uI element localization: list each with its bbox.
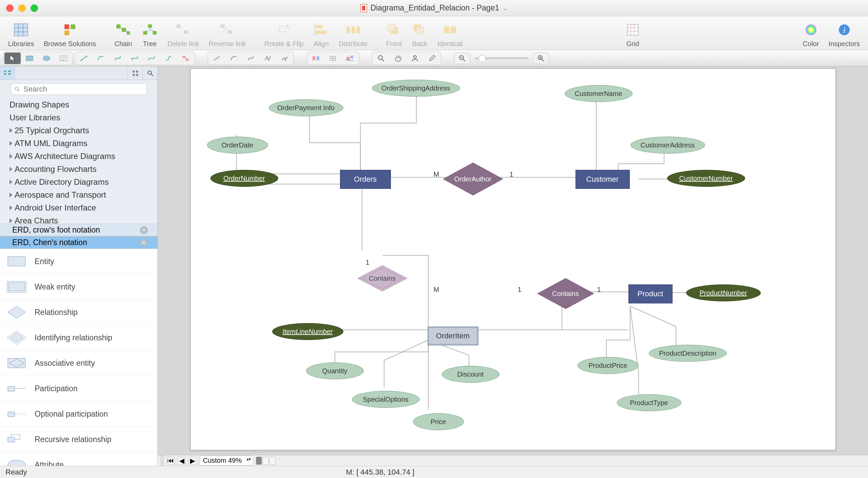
lib-cat-area-charts[interactable]: Area Charts — [0, 214, 157, 224]
library-category-list[interactable]: Drawing Shapes User Libraries 25 Typical… — [0, 98, 157, 224]
pencil-tool[interactable] — [424, 53, 440, 64]
color-button[interactable]: Color — [798, 22, 824, 48]
conn-round[interactable] — [144, 53, 160, 64]
tree-button[interactable]: Tree — [137, 22, 163, 48]
pointer-tool[interactable] — [4, 53, 21, 64]
page-tab-2[interactable] — [263, 457, 269, 465]
close-window-icon[interactable] — [6, 4, 14, 12]
lib-cat-drawing-shapes[interactable]: Drawing Shapes — [0, 98, 157, 111]
attr-price[interactable]: Price — [413, 413, 464, 430]
search-input[interactable] — [11, 83, 147, 95]
stencil-relationship[interactable]: Relationship — [0, 300, 157, 325]
stencil-associative-entity[interactable]: Associative entity — [0, 351, 157, 376]
spline-tool-2[interactable] — [277, 53, 293, 64]
attr-discount[interactable]: Discount — [442, 366, 499, 383]
document-title[interactable]: Diagrama_Entidad_Relacion - Page1 ⌄ — [360, 3, 508, 13]
next-page-button[interactable]: ▶ — [188, 457, 196, 465]
relationship-order-author[interactable]: OrderAuthor — [442, 162, 504, 196]
snap-grid[interactable] — [325, 53, 341, 64]
drawing-page[interactable]: Orders Customer Product OrderItem OrderA… — [190, 68, 836, 450]
entity-customer[interactable]: Customer — [575, 170, 630, 189]
conn-direct[interactable] — [76, 53, 92, 64]
stencil-weak-entity[interactable]: Weak entity — [0, 274, 157, 300]
rect-tool[interactable] — [21, 53, 38, 64]
conn-arc[interactable] — [93, 53, 109, 64]
sidebar-search-toggle[interactable] — [143, 66, 157, 80]
first-page-button[interactable]: ⏮ — [167, 457, 175, 465]
zoom-tool[interactable] — [373, 53, 389, 64]
entity-product[interactable]: Product — [628, 284, 673, 303]
zoom-select[interactable]: Custom 49%▴▾ — [199, 456, 253, 465]
lib-cat-accounting[interactable]: Accounting Flowcharts — [0, 163, 157, 176]
canvas-scroll[interactable]: Orders Customer Product OrderItem OrderA… — [158, 66, 868, 455]
page-tab-1[interactable] — [256, 457, 262, 465]
chain-button[interactable]: Chain — [110, 22, 137, 48]
line-tool[interactable] — [209, 53, 225, 64]
browse-solutions-button[interactable]: Browse Solutions — [39, 22, 101, 48]
lib-cat-aws[interactable]: AWS Architecture Diagrams — [0, 150, 157, 163]
attr-order-date[interactable]: OrderDate — [207, 137, 268, 154]
stencil-attribute[interactable]: Attribute — [0, 452, 157, 466]
snap-guide[interactable] — [342, 53, 358, 64]
ellipse-tool[interactable] — [38, 53, 55, 64]
conn-bezier[interactable] — [110, 53, 126, 64]
inspectors-button[interactable]: i Inspectors — [824, 22, 865, 48]
key-attr-order-number[interactable]: OrderNumber — [210, 170, 278, 187]
user-tool[interactable] — [407, 53, 423, 64]
prev-page-button[interactable]: ◀ — [177, 457, 186, 465]
lib-cat-orgcharts[interactable]: 25 Typical Orgcharts — [0, 124, 157, 137]
attr-quantity[interactable]: Quantity — [306, 362, 364, 379]
attr-order-shipping[interactable]: OrderShippingAddress — [372, 80, 460, 97]
lib-cat-active-directory[interactable]: Active Directory Diagrams — [0, 176, 157, 188]
attr-product-price[interactable]: ProductPrice — [578, 357, 639, 374]
key-attr-customer-number[interactable]: CustomerNumber — [667, 170, 745, 187]
attr-order-payment[interactable]: OrderPayment Info — [269, 99, 343, 116]
splitter-handle[interactable] — [161, 455, 164, 466]
chevron-down-icon[interactable]: ⌄ — [503, 4, 508, 12]
spline-tool[interactable] — [260, 53, 276, 64]
zoom-in-button[interactable] — [533, 53, 549, 64]
relationship-contains-2[interactable]: Contains — [537, 278, 595, 310]
text-tool[interactable] — [55, 53, 72, 64]
attr-special-options[interactable]: SpecialOptions — [352, 391, 420, 408]
attr-customer-name[interactable]: CustomerName — [565, 85, 633, 102]
minimize-window-icon[interactable] — [18, 4, 26, 12]
stencil-list[interactable]: Entity Weak entity Relationship Identify… — [0, 249, 157, 466]
arc-tool[interactable] — [226, 53, 242, 64]
stencil-entity[interactable]: Entity — [0, 249, 157, 274]
libraries-button[interactable]: Libraries — [3, 22, 39, 48]
sidebar-mode-grid[interactable] — [128, 66, 143, 80]
close-icon[interactable]: × — [140, 239, 148, 247]
stencil-identifying-relationship[interactable]: Identifying relationship — [0, 325, 157, 351]
bezier-tool[interactable] — [243, 53, 259, 64]
attr-customer-address[interactable]: CustomerAddress — [630, 137, 705, 154]
sidebar-mode-tree[interactable] — [0, 66, 15, 80]
key-attr-item-line-number[interactable]: ItemLineNumber — [272, 323, 343, 340]
key-attr-product-number[interactable]: ProductNumber — [686, 284, 761, 301]
conn-spline[interactable] — [177, 53, 194, 64]
conn-curve[interactable] — [161, 53, 177, 64]
lib-cat-android[interactable]: Android User Interface — [0, 201, 157, 214]
zoom-slider[interactable] — [474, 57, 529, 59]
lib-cat-atm-uml[interactable]: ATM UML Diagrams — [0, 137, 157, 150]
close-icon[interactable]: × — [140, 226, 148, 234]
zoom-out-button[interactable] — [454, 53, 470, 64]
stencil-optional-participation[interactable]: Optional participation — [0, 401, 157, 427]
attr-product-type[interactable]: ProductType — [617, 394, 681, 411]
grid-button[interactable]: Grid — [620, 22, 646, 48]
relationship-contains-1[interactable]: Contains — [357, 265, 408, 292]
conn-smart[interactable] — [127, 53, 143, 64]
stencil-participation[interactable]: Participation — [0, 376, 157, 401]
snap-object[interactable] — [308, 53, 324, 64]
entity-orders[interactable]: Orders — [340, 170, 391, 189]
weak-entity-orderitem[interactable]: OrderItem — [428, 326, 478, 345]
open-library-crowfoot[interactable]: ERD, crow's foot notation × — [0, 224, 157, 236]
stencil-recursive-relationship[interactable]: Recursive relationship — [0, 427, 157, 452]
pan-tool[interactable] — [390, 53, 406, 64]
page-tab-3[interactable] — [269, 457, 276, 465]
lib-cat-aerospace[interactable]: Aerospace and Transport — [0, 188, 157, 201]
lib-cat-user-libraries[interactable]: User Libraries — [0, 111, 157, 124]
open-library-chen[interactable]: ERD, Chen's notation × — [0, 236, 157, 249]
attr-product-description[interactable]: ProductDescription — [649, 345, 727, 362]
maximize-window-icon[interactable] — [31, 4, 38, 12]
